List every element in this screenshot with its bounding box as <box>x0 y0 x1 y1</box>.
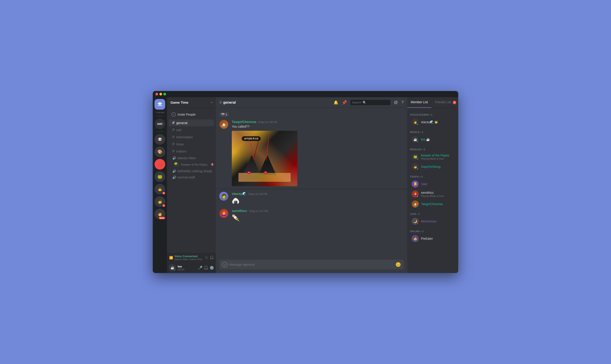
hash-icon-trove: # <box>172 142 174 146</box>
food-image: 삼각김밥 토신김 ★ ★ <box>232 131 297 186</box>
help-icon[interactable]: ? <box>402 100 404 105</box>
member-info-taego: Taego/Cheonsa <box>421 202 454 206</box>
msg-text-taego: You called?? <box>232 125 404 129</box>
username-semithicc[interactable]: semithicc <box>232 209 247 213</box>
member-item-saer[interactable]: 🧝 Saer <box>409 179 456 189</box>
message-input[interactable] <box>229 260 394 270</box>
member-item-stacey[interactable]: 👩 stacey🌊 👑 <box>409 117 456 127</box>
settings-button[interactable]: ⚙️ <box>209 266 214 270</box>
mic-button[interactable]: 🎤 <box>198 266 203 270</box>
imr-server-icon[interactable]: IMR <box>155 118 165 129</box>
invite-people-button[interactable]: + Invite People <box>169 111 214 118</box>
channel-sidebar: Game Time ▾ + Invite People # general # … <box>167 97 216 273</box>
timestamp-stacey: Today at 1:00 PM <box>248 193 267 195</box>
maximize-button[interactable] <box>163 93 166 95</box>
speaker-icon-normal: 🔊 <box>172 176 176 179</box>
svg-point-2 <box>160 103 162 104</box>
main-chat: # general 🔔 📌 Search 🔍 @ ? <box>216 97 407 273</box>
tab-member-list[interactable]: Member List <box>407 97 431 108</box>
message-content-taego: Taego/Cheonsa Today at 1:00 PM You calle… <box>232 120 404 186</box>
separator <box>156 116 163 116</box>
online-dot-stacey <box>416 123 419 126</box>
member-item-taego[interactable]: 🏔️ Taego/Cheonsa <box>409 199 456 209</box>
username-taego[interactable]: Taego/Cheonsa <box>232 120 256 124</box>
channel-name-traitors: traitors <box>176 149 186 153</box>
hash-icon-info: # <box>172 135 174 139</box>
search-placeholder: Search <box>352 101 361 104</box>
close-button[interactable] <box>156 93 158 95</box>
pin-icon[interactable]: 📌 <box>342 100 347 105</box>
server-header[interactable]: Game Time ▾ <box>167 97 216 108</box>
server-icon-cat[interactable]: 🎨 <box>155 146 165 157</box>
member-status-semithicc: Playing Blade & Soul <box>421 195 454 197</box>
channel-item-red[interactable]: # red <box>169 127 214 133</box>
online-dot-moonmoon <box>416 223 419 225</box>
member-name-row-tea: tea ☕ <box>421 138 454 141</box>
member-item-tea[interactable]: ☕ tea ☕ <box>409 134 456 144</box>
category-traps: TRAPS—3 <box>407 172 458 179</box>
minimize-button[interactable] <box>159 93 162 95</box>
channel-hash-icon: # <box>219 100 222 105</box>
voice-user-keeper[interactable]: 🐸 Keeper of the Pepes 🔇 <box>167 161 216 168</box>
member-info-stacey: stacey🌊 👑 <box>421 120 454 124</box>
category-liar: LIAR—1 <box>407 209 458 216</box>
voice-channel-stacey[interactable]: 🔊 stacey<3tea <box>169 155 214 161</box>
messages-area[interactable]: 🎌 1 🏔️ Taego/Cheonsa Today at 1:00 PM Yo… <box>216 108 407 260</box>
traffic-lights <box>156 93 166 95</box>
avatar-semithicc: 👩‍🦰 <box>219 209 228 218</box>
headphones-button[interactable]: 🎧 <box>204 266 208 270</box>
voice-channel-normal[interactable]: 🔊 normal stuff <box>169 174 214 180</box>
channel-item-general[interactable]: # general <box>169 119 214 126</box>
channel-name-trove: trove <box>176 142 184 146</box>
food-image-inner: 삼각김밥 토신김 ★ ★ <box>232 131 297 186</box>
server-icon-pepe[interactable]: 🐸 <box>155 171 165 182</box>
voice-channel-shady[interactable]: 🔊 definitely nothing shady <box>169 168 214 174</box>
voice-connected-sub: stacey<3tea / Game Time <box>174 258 202 260</box>
member-item-superschlong[interactable]: 🧒 SuperSchlong <box>409 162 456 171</box>
current-server-icon[interactable] <box>155 99 165 110</box>
online-dot-superschlong <box>416 168 419 170</box>
voice-info-button[interactable]: ⓘ <box>205 256 208 260</box>
at-icon[interactable]: @ <box>394 100 398 105</box>
channel-name-general: general <box>176 121 187 125</box>
bell-icon[interactable]: 🔔 <box>334 100 338 105</box>
chat-header: # general 🔔 📌 Search 🔍 @ ? <box>216 97 407 108</box>
channel-name-red: red <box>176 128 181 132</box>
online-dot-keeper <box>416 158 419 160</box>
member-avatar-moonmoon: 🌙 <box>412 218 419 225</box>
member-item-semithicc[interactable]: 👩‍🦰 semithicc Playing Blade & Soul <box>409 189 456 199</box>
message-content-semithicc: semithicc Today at 1:01 PM 🍡 <box>232 209 404 222</box>
channel-item-information[interactable]: # information <box>169 134 214 141</box>
avatar-stacey: 👩 <box>219 192 228 201</box>
emoji-picker-button[interactable]: 😊 <box>395 262 401 267</box>
member-info-superschlong: SuperSchlong <box>421 165 454 169</box>
reaction-emoji[interactable]: 🎌 1 <box>219 112 229 117</box>
channel-item-traitors[interactable]: # traitors <box>169 148 214 155</box>
member-info-semithicc: semithicc Playing Blade & Soul <box>421 191 454 197</box>
add-file-button[interactable]: + <box>222 262 227 267</box>
member-item-moonmoon[interactable]: 🌙 Moonmoon <box>409 216 456 226</box>
voice-headset-button[interactable]: 🎧 <box>210 256 214 260</box>
voice-user-name-keeper: Keeper of the Pepes <box>181 163 208 166</box>
message-content-stacey: stacey🌊 Today at 1:00 PM 🍙 <box>232 192 404 205</box>
timestamp-semithicc: Today at 1:01 PM <box>249 210 268 212</box>
voice-channel-name-shady: definitely nothing shady <box>177 169 212 173</box>
badge-4: 4 <box>162 191 166 195</box>
member-item-pieeater[interactable]: 🥧 PieEater <box>409 234 456 244</box>
member-item-keeper[interactable]: 🐸 Keeper of the Pepes Playing Blade & So… <box>409 152 456 162</box>
online-dot-pieeater <box>416 240 419 242</box>
msg-emoji-stacey: 🍙 <box>232 197 404 205</box>
category-online: ONLINE—1 <box>407 226 458 234</box>
server-icon-red[interactable]: 🚫 <box>155 159 165 169</box>
tab-friends-list[interactable]: Friends List 3 <box>431 97 458 108</box>
msg-header-semithicc: semithicc Today at 1:01 PM <box>232 209 404 213</box>
server-icon-dog[interactable]: 🐶 <box>155 134 165 145</box>
search-box[interactable]: Search 🔍 <box>350 100 390 105</box>
member-info-keeper: Keeper of the Pepes Playing Blade & Soul <box>421 153 454 160</box>
user-online-dot <box>174 269 176 271</box>
username-stacey[interactable]: stacey🌊 <box>232 192 247 196</box>
badge-1: 1 <box>162 204 166 207</box>
member-avatar-saer: 🧝 <box>412 181 419 188</box>
channel-item-trove[interactable]: # trove <box>169 141 214 148</box>
server-name: Game Time <box>170 101 188 104</box>
